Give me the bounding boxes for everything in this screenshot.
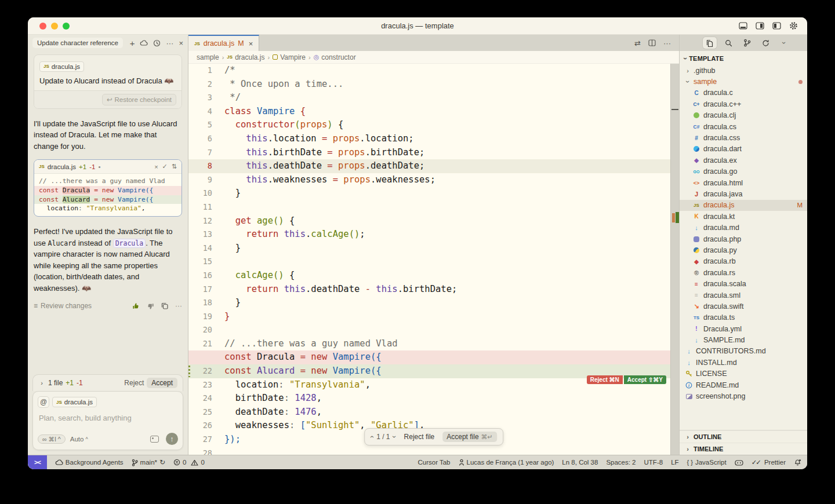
- code-line-13[interactable]: 13 return this.calcAge();: [188, 228, 679, 242]
- language-item[interactable]: { }JavaScript: [687, 459, 727, 466]
- git-blame-item[interactable]: Lucas de França (1 year ago): [459, 459, 554, 466]
- thumbs-down-icon[interactable]: [147, 302, 154, 310]
- code-line-28[interactable]: 28: [188, 447, 679, 455]
- copilot-icon[interactable]: [735, 459, 743, 466]
- explorer-view-icon[interactable]: [703, 37, 717, 49]
- more-actions-icon[interactable]: ···: [166, 39, 173, 47]
- breadcrumb-item-constructor[interactable]: ◎constructor: [314, 53, 356, 61]
- tree-item-readme.md[interactable]: iREADME.md: [680, 379, 807, 390]
- tree-item-.github[interactable]: ›.github: [680, 65, 807, 76]
- more-icon[interactable]: ···: [175, 302, 182, 310]
- code-line-17[interactable]: 17 return this.deathDate - this.birthDat…: [188, 283, 679, 297]
- remote-indicator[interactable]: ><: [28, 455, 47, 469]
- overview-ruler[interactable]: [670, 64, 679, 455]
- model-selector[interactable]: Auto^: [70, 436, 88, 443]
- expand-diff-icon[interactable]: ⇅: [172, 163, 177, 170]
- search-icon[interactable]: [721, 37, 735, 49]
- git-branch-item[interactable]: main* ↻: [132, 458, 165, 466]
- sync-icon[interactable]: [758, 37, 772, 49]
- spaces-item[interactable]: Spaces: 2: [606, 459, 636, 466]
- section-outline[interactable]: ›OUTLINE: [680, 430, 807, 443]
- code-line-7[interactable]: 7 this.birthDate = props.birthDate;: [188, 146, 679, 160]
- toggle-panel-icon[interactable]: [739, 22, 747, 30]
- chat-tab[interactable]: Update character reference: [32, 38, 123, 48]
- code-line-1[interactable]: 1/*: [188, 64, 679, 78]
- problems-item[interactable]: 0 0: [173, 459, 205, 466]
- tree-item-sample.md[interactable]: ↓SAMPLE.md: [680, 334, 807, 345]
- chevron-right-icon[interactable]: ›: [38, 379, 45, 386]
- breadcrumb-item-sample[interactable]: sample: [197, 53, 219, 61]
- tree-item-dracula.php[interactable]: dracula.php: [680, 233, 807, 244]
- code-line-8[interactable]: 8 this.deathDate = props.deathDate;: [188, 159, 679, 173]
- more-actions-icon[interactable]: ···: [663, 39, 671, 48]
- tree-item-dracula.ts[interactable]: TSdracula.ts: [680, 312, 807, 323]
- accept-file-button[interactable]: Accept file⌘↵: [442, 432, 497, 442]
- tree-item-dracula.py[interactable]: dracula.py: [680, 244, 807, 255]
- reject-file-button[interactable]: Reject file: [404, 433, 435, 441]
- code-line-4[interactable]: 4class Vampire {: [188, 105, 679, 119]
- tree-item-license[interactable]: LICENSE: [680, 368, 807, 379]
- code-line-9[interactable]: 9 this.weaknesses = props.weaknesses;: [188, 173, 679, 187]
- tree-item-dracula.go[interactable]: GOdracula.go: [680, 166, 807, 177]
- reject-all-button[interactable]: Reject: [124, 379, 144, 387]
- accept-diff-icon[interactable]: ✓: [162, 163, 168, 170]
- send-button[interactable]: ↑: [166, 433, 178, 445]
- views-chevron-icon[interactable]: ›: [777, 37, 791, 49]
- tree-item-dracula.cs[interactable]: C#dracula.cs: [680, 121, 807, 132]
- cloud-icon[interactable]: [140, 40, 148, 46]
- settings-gear-icon[interactable]: [789, 21, 798, 30]
- tree-item-dracula.dart[interactable]: dracula.dart: [680, 144, 807, 155]
- accept-change-button[interactable]: Accept ⇧⌘Y: [624, 375, 666, 384]
- review-changes-label[interactable]: Review changes: [41, 302, 92, 310]
- formatter-item[interactable]: ✓✓Prettier: [752, 458, 786, 466]
- breadcrumb-item-vampire[interactable]: Vampire: [273, 53, 306, 61]
- removed-code-line[interactable]: const Dracula = new Vampire({: [188, 350, 679, 364]
- code-line-19[interactable]: 19}: [188, 310, 679, 324]
- mention-button[interactable]: @: [38, 396, 49, 408]
- copy-icon[interactable]: [161, 302, 168, 309]
- code-line-16[interactable]: 16 calcAge() {: [188, 269, 679, 283]
- code-line-6[interactable]: 6 this.location = props.location;: [188, 132, 679, 146]
- code-line-14[interactable]: 14 }: [188, 242, 679, 255]
- restore-checkpoint-button[interactable]: ↩Restore checkpoint: [102, 94, 176, 105]
- close-tab-icon[interactable]: ×: [249, 39, 253, 48]
- tree-item-dracula.c++[interactable]: C+dracula.c++: [680, 98, 807, 109]
- cursor-tab-item[interactable]: Cursor Tab: [418, 459, 450, 466]
- split-editor-icon[interactable]: [648, 39, 656, 46]
- tree-item-dracula.scala[interactable]: ≡dracula.scala: [680, 278, 807, 289]
- tab-dracula-js[interactable]: JS dracula.js M ×: [188, 35, 259, 51]
- code-line-21[interactable]: 21// ...there was a guy named Vlad: [188, 337, 679, 351]
- context-file-chip[interactable]: JSdracula.js: [52, 397, 97, 407]
- code-line-5[interactable]: 5 constructor(props) {: [188, 118, 679, 132]
- close-panel-icon[interactable]: ×: [179, 39, 183, 47]
- attached-file-chip[interactable]: JSdracula.js: [39, 61, 84, 72]
- tree-item-contributors.md[interactable]: ↓CONTRIBUTORS.md: [680, 346, 807, 357]
- tree-item-dracula.rs[interactable]: ®dracula.rs: [680, 267, 807, 278]
- accept-all-button[interactable]: Accept: [147, 378, 177, 388]
- section-template-header[interactable]: › TEMPLATE: [680, 51, 807, 65]
- code-line-24[interactable]: 24 birthDate: 1428,: [188, 392, 679, 406]
- chat-input-box[interactable]: @ JSdracula.js Plan, search, build anyth…: [32, 391, 183, 450]
- line-col-item[interactable]: Ln 8, Col 38: [562, 459, 598, 466]
- agent-mode-chip[interactable]: ∞ ⌘I^: [38, 434, 66, 444]
- code-line-25[interactable]: 25 deathDate: 1476,: [188, 406, 679, 419]
- thumbs-up-icon[interactable]: [132, 302, 140, 310]
- toggle-primary-sidebar-icon[interactable]: [772, 22, 781, 30]
- encoding-item[interactable]: UTF-8: [644, 459, 663, 466]
- tree-item-dracula.swift[interactable]: ↘dracula.swift: [680, 301, 807, 312]
- code-line-10[interactable]: 10 }: [188, 187, 679, 200]
- tree-item-dracula.ex[interactable]: ◆dracula.ex: [680, 155, 807, 166]
- background-agents-item[interactable]: Background Agents: [55, 459, 124, 466]
- tree-item-sample[interactable]: ›sample: [680, 76, 807, 87]
- section-timeline[interactable]: ›TIMELINE: [680, 443, 807, 455]
- next-change-icon[interactable]: ›: [391, 436, 399, 438]
- code-line-11[interactable]: 11: [188, 200, 679, 214]
- attach-image-icon[interactable]: [150, 436, 159, 443]
- tree-item-install.md[interactable]: ↓INSTALL.md: [680, 357, 807, 368]
- tree-item-dracula.c[interactable]: Cdracula.c: [680, 87, 807, 98]
- code-line-2[interactable]: 2 * Once upon a time...: [188, 78, 679, 92]
- tree-item-screenshot.png[interactable]: screenshot.png: [680, 390, 807, 401]
- notifications-bell-icon[interactable]: [794, 459, 801, 466]
- tree-item-dracula.css[interactable]: #dracula.css: [680, 132, 807, 143]
- source-control-icon[interactable]: [740, 37, 754, 49]
